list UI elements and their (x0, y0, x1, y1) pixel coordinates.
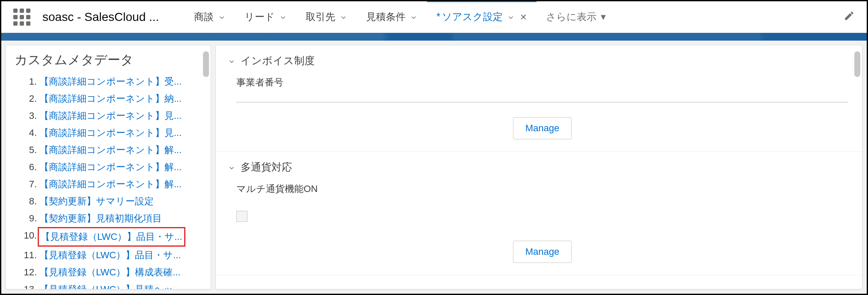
tab-label: ソアスク設定 (442, 10, 503, 24)
sidebar-item: 12.【見積登録（LWC）】構成表確... (20, 264, 202, 281)
field-label-business-number: 事業者番号 (236, 76, 848, 89)
sidebar-item-number: 9. (20, 210, 37, 227)
field-underline (236, 102, 848, 103)
sidebar-item: 11.【見積登録（LWC）】品目・サ... (20, 247, 202, 264)
sidebar-item: 8.【契約更新】サマリー設定 (20, 193, 202, 210)
sidebar-item: 4.【商談詳細コンポーネント】見... (20, 124, 202, 142)
field-label-multicurrency-on: マルチ通貨機能ON (236, 183, 848, 195)
sidebar-item-link[interactable]: 【商談詳細コンポーネント】見... (39, 124, 182, 142)
sidebar-item: 7.【商談詳細コンポーネント】解... (20, 176, 202, 193)
sidebar-item: 5.【商談詳細コンポーネント】解... (20, 142, 202, 159)
tab-leads[interactable]: リード (235, 1, 296, 32)
section-title: インボイス制度 (241, 54, 315, 68)
sidebar-item: 1.【商談詳細コンポーネント】受... (20, 73, 202, 90)
unsaved-indicator: * (436, 11, 440, 23)
sidebar-item-link[interactable]: 【商談詳細コンポーネント】解... (39, 142, 182, 159)
caret-down-icon[interactable]: ▾ (601, 11, 606, 23)
scrollbar-thumb[interactable] (854, 51, 860, 77)
sidebar-item-number: 8. (20, 193, 37, 210)
chevron-down-icon[interactable] (279, 11, 287, 23)
edit-nav-icon[interactable] (844, 10, 855, 24)
chevron-down-icon (228, 161, 236, 173)
sidebar-item: 10.【見積登録（LWC）】品目・サ... (20, 227, 202, 247)
sidebar-item-link[interactable]: 【見積登録（LWC）】見積ヘッ... (39, 281, 182, 289)
app-name: soasc - SalesCloud ... (42, 10, 159, 24)
tab-quote-conditions[interactable]: 見積条件 (357, 1, 427, 32)
section-multicurrency: 多通貨対応 マルチ通貨機能ON Manage (216, 152, 862, 275)
sidebar-item-link[interactable]: 【契約更新】見積初期化項目 (39, 210, 162, 227)
chevron-down-icon (228, 55, 236, 67)
main-panel: インボイス制度 事業者番号 Manage 多通貨対応 (215, 45, 862, 289)
chevron-down-icon[interactable] (340, 11, 347, 23)
sidebar-item: 3.【商談詳細コンポーネント】見... (20, 107, 202, 124)
global-header: soasc - SalesCloud ... 商談 リード 取引先 (1, 1, 867, 33)
sidebar-item-link[interactable]: 【見積登録（LWC）】品目・サ... (38, 227, 185, 247)
sidebar-list: 1.【商談詳細コンポーネント】受...2.【商談詳細コンポーネント】納...3.… (6, 73, 211, 289)
sidebar-item-number: 3. (20, 107, 37, 124)
sidebar-item-number: 6. (20, 159, 37, 176)
nav-tabs: 商談 リード 取引先 見積条件 (185, 1, 844, 32)
sidebar-item-number: 10. (20, 227, 37, 247)
sidebar-item-link[interactable]: 【商談詳細コンポーネント】受... (39, 73, 182, 90)
sidebar-item-number: 5. (20, 142, 37, 159)
sidebar-item: 13.【見積登録（LWC）】見積ヘッ... (20, 281, 202, 289)
sidebar-card: カスタムメタデータ 1.【商談詳細コンポーネント】受...2.【商談詳細コンポー… (6, 45, 211, 289)
sidebar-item-link[interactable]: 【商談詳細コンポーネント】解... (39, 159, 182, 176)
section-title: 多通貨対応 (241, 160, 292, 174)
tab-soasc-settings[interactable]: * ソアスク設定 ✕ (427, 1, 537, 32)
scrollbar-thumb[interactable] (203, 51, 209, 77)
sidebar-item-number: 4. (20, 124, 37, 142)
sidebar-item-number: 1. (20, 73, 37, 90)
tab-opportunities[interactable]: 商談 (185, 1, 235, 32)
sidebar-item-number: 2. (20, 90, 37, 107)
brand-band (1, 33, 867, 41)
sidebar-item: 6.【商談詳細コンポーネント】解... (20, 159, 202, 176)
tab-accounts[interactable]: 取引先 (296, 1, 357, 32)
chevron-down-icon[interactable] (507, 11, 515, 23)
tab-label: 見積条件 (366, 10, 406, 24)
sidebar-item-link[interactable]: 【見積登録（LWC）】構成表確... (39, 264, 181, 281)
tab-label: さらに表示 (546, 10, 597, 24)
manage-button[interactable]: Manage (513, 241, 572, 263)
chevron-down-icon[interactable] (410, 11, 418, 23)
sidebar-item-link[interactable]: 【商談詳細コンポーネント】見... (39, 107, 182, 124)
sidebar-item-link[interactable]: 【見積登録（LWC）】品目・サ... (39, 247, 181, 264)
section-invoice: インボイス制度 事業者番号 Manage (216, 45, 862, 152)
sidebar-item-link[interactable]: 【商談詳細コンポーネント】解... (39, 176, 182, 193)
manage-button[interactable]: Manage (513, 117, 572, 139)
tab-label: 取引先 (306, 10, 335, 24)
tab-label: リード (245, 10, 275, 24)
sidebar-item: 2.【商談詳細コンポーネント】納... (20, 90, 202, 107)
sidebar-title: カスタムメタデータ (6, 45, 211, 73)
sidebar-item-number: 7. (20, 176, 37, 193)
tab-label: 商談 (194, 10, 214, 24)
section-header[interactable]: 多通貨対応 (216, 152, 862, 183)
sidebar-item-number: 11. (20, 247, 37, 264)
sidebar-item-link[interactable]: 【商談詳細コンポーネント】納... (39, 90, 182, 107)
sidebar-item-number: 12. (20, 264, 37, 281)
app-launcher-icon[interactable] (13, 9, 30, 26)
sidebar-item-link[interactable]: 【契約更新】サマリー設定 (39, 193, 154, 210)
tab-more[interactable]: さらに表示 ▾ (537, 1, 615, 32)
chevron-down-icon[interactable] (218, 11, 226, 23)
sidebar-item: 9.【契約更新】見積初期化項目 (20, 210, 202, 227)
sidebar-item-number: 13. (20, 281, 37, 289)
section-header[interactable]: インボイス制度 (216, 45, 862, 76)
close-icon[interactable]: ✕ (520, 12, 527, 22)
multicurrency-checkbox[interactable] (236, 211, 248, 222)
